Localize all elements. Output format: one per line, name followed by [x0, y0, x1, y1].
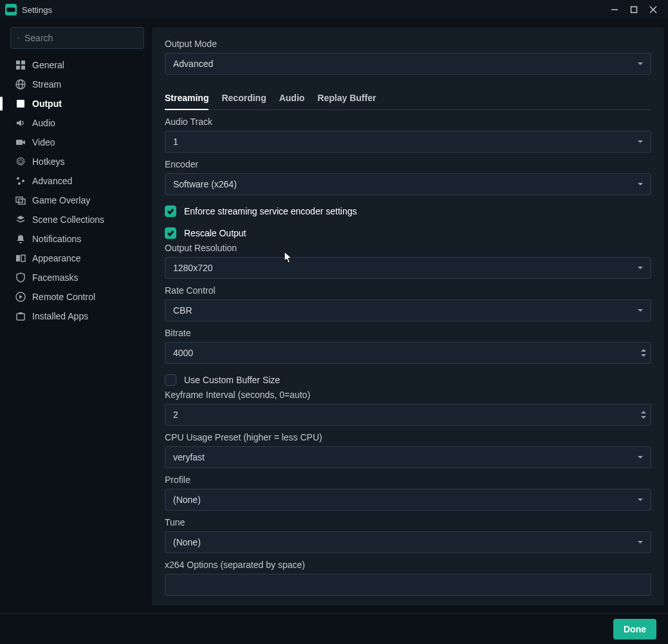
checkbox-label: Use Custom Buffer Size — [184, 375, 280, 385]
chevron-down-icon — [636, 307, 644, 314]
output-tabs: Streaming Recording Audio Replay Buffer — [165, 89, 651, 110]
check-icon — [165, 227, 176, 239]
tab-streaming[interactable]: Streaming — [165, 89, 209, 109]
cpu-preset-select[interactable]: veryfast — [165, 446, 651, 468]
sidebar-item-label: Hotkeys — [32, 156, 65, 167]
sidebar-item-label: Audio — [32, 118, 55, 128]
bitrate-input[interactable]: 4000 — [165, 342, 651, 364]
sidebar-item-advanced[interactable]: Advanced — [10, 171, 144, 191]
tab-recording[interactable]: Recording — [221, 89, 266, 109]
custom-buffer-checkbox[interactable]: Use Custom Buffer Size — [165, 374, 651, 386]
sidebar-item-video[interactable]: Video — [10, 133, 144, 152]
sidebar-item-scene-collections[interactable]: Scene Collections — [10, 210, 144, 229]
sidebar-item-audio[interactable]: Audio — [10, 113, 144, 133]
encoder-label: Encoder — [165, 159, 651, 169]
sidebar-item-output[interactable]: Output — [10, 94, 144, 113]
rescale-output-checkbox[interactable]: Rescale Output — [165, 227, 651, 239]
chevron-down-icon — [636, 264, 644, 272]
minimize-button[interactable] — [605, 1, 624, 19]
sidebar-item-appearance[interactable]: Appearance — [10, 249, 144, 268]
checkbox-label: Enforce streaming service encoder settin… — [184, 206, 357, 216]
keyframe-label: Keyframe Interval (seconds, 0=auto) — [165, 390, 651, 400]
sliders-icon — [15, 176, 26, 186]
spinner[interactable] — [640, 410, 647, 419]
close-button[interactable] — [644, 1, 663, 19]
layers-icon — [15, 214, 26, 225]
profile-select[interactable]: (None) — [165, 489, 651, 511]
sidebar-item-label: Advanced — [32, 176, 72, 186]
sidebar-item-hotkeys[interactable]: Hotkeys — [10, 152, 144, 171]
sidebar-item-notifications[interactable]: Notifications — [10, 229, 144, 249]
sidebar-item-facemasks[interactable]: Facemasks — [10, 268, 144, 287]
footer: Done — [0, 613, 668, 644]
chevron-down-icon — [636, 453, 644, 461]
svg-rect-0 — [6, 8, 15, 12]
sidebar-item-installed-apps[interactable]: Installed Apps — [10, 307, 144, 326]
bitrate-label: Bitrate — [165, 328, 651, 338]
checkbox-empty-icon — [165, 374, 176, 386]
titlebar: Settings — [0, 0, 668, 19]
check-icon — [165, 205, 176, 217]
output-resolution-label: Output Resolution — [165, 243, 651, 253]
enforce-encoder-checkbox[interactable]: Enforce streaming service encoder settin… — [165, 205, 651, 217]
sidebar-item-label: Notifications — [32, 234, 81, 244]
sidebar-item-label: Appearance — [32, 253, 81, 263]
svg-rect-17 — [16, 197, 23, 202]
sidebar-item-game-overlay[interactable]: Game Overlay — [10, 191, 144, 210]
tab-audio[interactable]: Audio — [279, 89, 305, 109]
chevron-down-icon — [636, 180, 644, 188]
sidebar-item-stream[interactable]: Stream — [10, 75, 144, 94]
rate-control-select[interactable]: CBR — [165, 299, 651, 321]
sidebar-item-label: Game Overlay — [32, 195, 90, 205]
keyframe-input[interactable]: 2 — [165, 404, 651, 426]
sidebar-item-remote-control[interactable]: Remote Control — [10, 287, 144, 307]
sidebar: General Stream Output Audio Video Hotkey… — [3, 19, 152, 613]
done-button[interactable]: Done — [613, 619, 656, 639]
play-circle-icon — [15, 292, 26, 302]
audio-track-select[interactable]: 1 — [165, 131, 651, 153]
output-resolution-select[interactable]: 1280x720 — [165, 257, 651, 279]
search-icon — [17, 33, 19, 43]
tune-label: Tune — [165, 517, 651, 527]
input-value: 2 — [173, 410, 178, 420]
maximize-button[interactable] — [624, 1, 644, 19]
svg-rect-23 — [19, 312, 23, 314]
chevron-down-icon — [636, 60, 644, 68]
svg-rect-6 — [21, 61, 25, 64]
x264-options-input[interactable] — [165, 574, 651, 596]
input-value: 4000 — [173, 348, 193, 358]
select-value: 1 — [173, 137, 178, 147]
checkbox-label: Rescale Output — [184, 228, 246, 238]
select-value: Advanced — [173, 59, 213, 69]
search-box[interactable] — [10, 27, 144, 49]
encoder-select[interactable]: Software (x264) — [165, 173, 651, 195]
sidebar-item-label: Output — [32, 99, 62, 109]
search-input[interactable] — [24, 33, 137, 43]
tune-select[interactable]: (None) — [165, 531, 651, 553]
select-value: CBR — [173, 305, 192, 316]
svg-point-14 — [17, 177, 19, 180]
svg-point-15 — [22, 180, 24, 182]
sidebar-item-label: General — [32, 60, 64, 70]
chevron-down-icon — [640, 415, 647, 419]
tab-replay-buffer[interactable]: Replay Buffer — [317, 89, 376, 109]
output-icon — [15, 99, 26, 109]
shield-icon — [15, 272, 26, 283]
output-mode-select[interactable]: Advanced — [165, 53, 651, 75]
select-value: Software (x264) — [173, 179, 237, 189]
overlay-icon — [15, 195, 26, 205]
sidebar-item-general[interactable]: General — [10, 55, 144, 75]
sidebar-item-label: Scene Collections — [32, 214, 104, 225]
select-value: 1280x720 — [173, 263, 213, 273]
output-mode-label: Output Mode — [165, 39, 651, 49]
svg-rect-2 — [631, 7, 637, 13]
svg-rect-19 — [16, 255, 20, 261]
chevron-up-icon — [640, 410, 647, 415]
video-icon — [15, 137, 26, 147]
spinner[interactable] — [640, 348, 647, 357]
sidebar-item-label: Facemasks — [32, 272, 79, 283]
settings-panel: Output Mode Advanced Streaming Recording… — [152, 27, 664, 605]
bell-icon — [15, 234, 26, 244]
sidebar-item-label: Remote Control — [32, 292, 95, 302]
sidebar-item-label: Video — [32, 137, 55, 147]
